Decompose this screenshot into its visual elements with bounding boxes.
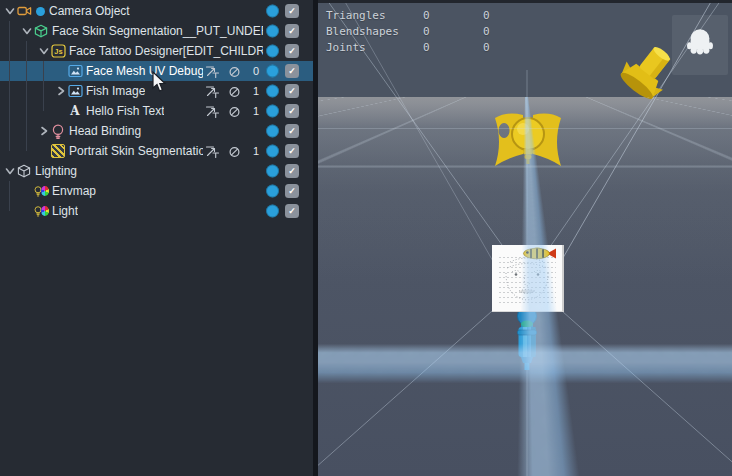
object-enabled-checkbox[interactable]: ✓ — [285, 84, 299, 98]
stat-value-1: 0 — [423, 25, 483, 38]
object-label: Light — [52, 204, 78, 218]
image-icon — [67, 84, 83, 99]
lens-studio-window: Camera Object✓Face Skin Segmentation__PU… — [0, 0, 732, 476]
fish-sprite — [522, 247, 558, 260]
object-blue-toggle[interactable] — [266, 125, 279, 138]
chevron-placeholder — [55, 105, 67, 117]
stat-value-1: 0 — [423, 9, 483, 22]
light-icon — [33, 184, 49, 199]
render-order-icon — [204, 63, 220, 79]
layer-count: 1 — [245, 105, 259, 117]
object-enabled-checkbox[interactable]: ✓ — [285, 144, 299, 158]
no-render-layer-icon — [226, 83, 242, 99]
cube-icon — [16, 164, 32, 179]
object-blue-toggle[interactable] — [266, 145, 279, 158]
object-label: Camera Object — [49, 4, 130, 18]
object-blue-toggle[interactable] — [266, 45, 279, 58]
snapchat-ghost-icon — [678, 21, 722, 69]
chevron-down-icon[interactable] — [21, 25, 33, 37]
object-enabled-checkbox[interactable]: ✓ — [285, 24, 299, 38]
tree-guide-line — [9, 181, 10, 211]
object-blue-toggle[interactable] — [266, 65, 279, 78]
prefab-icon — [33, 24, 49, 39]
hierarchy-row-light[interactable]: Light✓ — [0, 201, 313, 221]
layer-count: 1 — [245, 85, 259, 97]
camera-active-dot — [36, 7, 45, 16]
text-glyph: A — [70, 105, 79, 117]
chevron-placeholder — [21, 185, 33, 197]
no-render-layer-icon — [226, 143, 242, 159]
object-enabled-checkbox[interactable]: ✓ — [285, 184, 299, 198]
tree-guide-line — [26, 41, 27, 151]
head-icon — [50, 124, 66, 139]
object-blue-toggle[interactable] — [266, 25, 279, 38]
hierarchy-row-envmap[interactable]: Envmap✓ — [0, 181, 313, 201]
stat-value-1: 0 — [423, 41, 483, 54]
render-order-icon — [204, 103, 220, 119]
chevron-right-icon[interactable] — [55, 85, 67, 97]
chevron-down-icon[interactable] — [38, 45, 50, 57]
object-label: Face Tattoo Designer[EDIT_CHILDREN — [69, 44, 263, 58]
text-icon: A — [67, 104, 83, 119]
object-blue-toggle[interactable] — [266, 165, 279, 178]
chevron-down-icon[interactable] — [4, 5, 16, 17]
object-enabled-checkbox[interactable]: ✓ — [285, 44, 299, 58]
tree-guide-line — [9, 21, 10, 151]
object-blue-toggle[interactable] — [266, 185, 279, 198]
stat-label: Triangles — [326, 9, 423, 22]
object-label: Face Mesh UV Debug — [86, 64, 203, 78]
hierarchy-row-head-binding[interactable]: Head Binding✓ — [0, 121, 313, 141]
image-icon — [67, 64, 83, 79]
object-enabled-checkbox[interactable]: ✓ — [285, 204, 299, 218]
object-label: Portrait Skin Segmentation — [69, 144, 203, 158]
stat-value-2: 0 — [483, 9, 490, 22]
object-enabled-checkbox[interactable]: ✓ — [285, 104, 299, 118]
object-enabled-checkbox[interactable]: ✓ — [285, 164, 299, 178]
object-label: Lighting — [35, 164, 77, 178]
object-enabled-checkbox[interactable]: ✓ — [285, 4, 299, 18]
scene-viewport[interactable]: Triangles00Blendshapes00Joints00 — [318, 0, 732, 476]
stat-label: Blendshapes — [326, 25, 423, 38]
stat-value-2: 0 — [483, 41, 490, 54]
layer-count: 0 — [245, 65, 259, 77]
object-enabled-checkbox[interactable]: ✓ — [285, 124, 299, 138]
spot-light-gizmo[interactable] — [611, 44, 681, 114]
viewport-top-border — [318, 0, 732, 3]
segmentation-hatch — [51, 144, 65, 158]
object-label: Head Binding — [69, 124, 141, 138]
chevron-right-icon[interactable] — [38, 125, 50, 137]
chevron-down-icon[interactable] — [4, 165, 16, 177]
tree-guide-line — [43, 61, 44, 111]
point-light-gizmo[interactable] — [490, 108, 566, 170]
object-enabled-checkbox[interactable]: ✓ — [285, 64, 299, 78]
color-wheel-icon — [41, 186, 49, 196]
object-blue-toggle[interactable] — [266, 105, 279, 118]
render-order-icon — [204, 83, 220, 99]
hierarchy-row-portrait-skin-segmentation[interactable]: Portrait Skin Segmentation1✓ — [0, 141, 313, 161]
render-order-icon — [204, 143, 220, 159]
hierarchy-row-hello-fish-text[interactable]: AHello Fish Text1✓ — [0, 101, 313, 121]
object-blue-toggle[interactable] — [266, 5, 279, 18]
object-blue-toggle[interactable] — [266, 205, 279, 218]
stat-label: Joints — [326, 41, 423, 54]
camera-icon — [16, 4, 32, 19]
object-label: Fish Image — [86, 84, 145, 98]
light-icon — [33, 204, 49, 219]
hierarchy-row-lighting[interactable]: Lighting✓ — [0, 161, 313, 181]
hierarchy-row-face-skin-segmentation-put-under[interactable]: Face Skin Segmentation__PUT_UNDER_✓ — [0, 21, 313, 41]
chevron-placeholder — [55, 65, 67, 77]
layer-count: 1 — [245, 145, 259, 157]
hierarchy-row-face-tattoo-designer-edit-children[interactable]: JsFace Tattoo Designer[EDIT_CHILDREN✓ — [0, 41, 313, 61]
object-blue-toggle[interactable] — [266, 85, 279, 98]
object-label: Hello Fish Text — [86, 104, 164, 118]
stat-value-2: 0 — [483, 25, 490, 38]
svg-text:Js: Js — [54, 47, 62, 56]
scene-stats-overlay: Triangles00Blendshapes00Joints00 — [326, 9, 490, 54]
object-label: Face Skin Segmentation__PUT_UNDER_ — [52, 24, 263, 38]
no-render-layer-icon — [226, 63, 242, 79]
mouse-cursor — [152, 71, 168, 93]
portrait-icon — [50, 144, 66, 159]
script-icon: Js — [50, 44, 66, 59]
hierarchy-row-camera-object[interactable]: Camera Object✓ — [0, 1, 313, 21]
face-texture-card[interactable] — [492, 245, 564, 312]
